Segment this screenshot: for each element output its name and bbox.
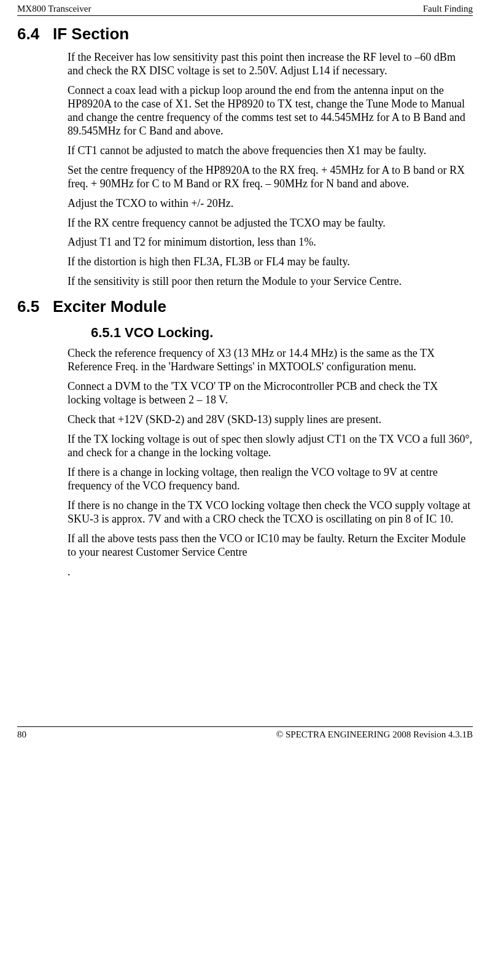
body-paragraph: If the sensitivity is still poor then re… (68, 275, 473, 289)
body-paragraph: If the TX locking voltage is out of spec… (68, 433, 473, 460)
body-paragraph: If there is no change in the TX VCO lock… (68, 499, 473, 526)
section-6-4-heading: 6.4 IF Section (17, 25, 473, 44)
body-paragraph: If the distortion is high then FL3A, FL3… (68, 255, 473, 269)
body-paragraph: Connect a coax lead with a pickup loop a… (68, 84, 473, 138)
body-paragraph: Adjust the TCXO to within +/- 20Hz. (68, 197, 473, 211)
section-title: IF Section (53, 25, 129, 44)
section-title: Exciter Module (53, 297, 166, 316)
body-paragraph: Connect a DVM to the 'TX VCO' TP on the … (68, 380, 473, 407)
subsection-6-5-1-heading: 6.5.1 VCO Locking. (91, 325, 473, 341)
page-number: 80 (17, 729, 26, 740)
body-paragraph: If there is a change in locking voltage,… (68, 466, 473, 493)
body-paragraph: Check that +12V (SKD-2) and 28V (SKD-13)… (68, 413, 473, 427)
body-paragraph: If all the above tests pass then the VCO… (68, 532, 473, 559)
header-rule (17, 15, 473, 16)
page-footer: 80 © SPECTRA ENGINEERING 2008 Revision 4… (17, 727, 473, 747)
header-left: MX800 Transceiver (17, 4, 91, 14)
section-number: 6.4 (17, 25, 53, 44)
body-paragraph: Set the centre frequency of the HP8920A … (68, 164, 473, 191)
page-header: MX800 Transceiver Fault Finding (17, 0, 473, 15)
footer-copyright: © SPECTRA ENGINEERING 2008 Revision 4.3.… (276, 729, 473, 740)
header-right: Fault Finding (423, 4, 473, 14)
body-paragraph: Check the reference frequency of X3 (13 … (68, 347, 473, 374)
body-paragraph: Adjust T1 and T2 for minimum distortion,… (68, 236, 473, 249)
body-paragraph: If the Receiver has low sensitivity past… (68, 51, 473, 78)
section-number: 6.5 (17, 297, 53, 316)
section-6-5-heading: 6.5 Exciter Module (17, 297, 473, 316)
body-paragraph: If CT1 cannot be adjusted to match the a… (68, 144, 473, 158)
body-paragraph: . (68, 566, 473, 579)
body-paragraph: If the RX centre frequency cannot be adj… (68, 217, 473, 230)
